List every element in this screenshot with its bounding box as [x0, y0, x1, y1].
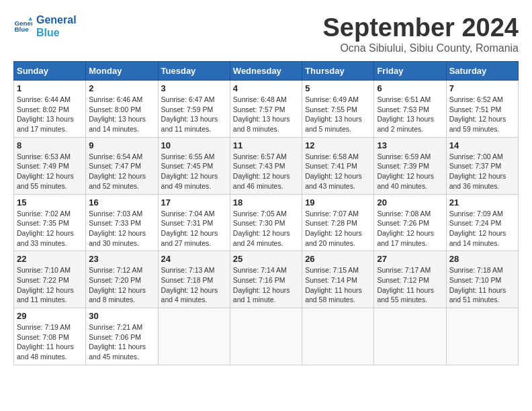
calendar-week-3: 15Sunrise: 7:02 AMSunset: 7:35 PMDayligh… [14, 194, 519, 251]
day-number: 17 [161, 197, 227, 208]
day-number: 8 [17, 140, 83, 150]
logo-line1: General [36, 13, 77, 26]
day-info: Sunrise: 6:49 AMSunset: 7:55 PMDaylight:… [305, 95, 371, 134]
calendar-cell: 22Sunrise: 7:10 AMSunset: 7:22 PMDayligh… [14, 251, 86, 308]
day-info: Sunrise: 6:58 AMSunset: 7:41 PMDaylight:… [305, 152, 371, 191]
calendar-cell [446, 308, 518, 365]
calendar-cell: 12Sunrise: 6:58 AMSunset: 7:41 PMDayligh… [302, 137, 374, 194]
calendar-cell: 29Sunrise: 7:19 AMSunset: 7:08 PMDayligh… [14, 308, 86, 365]
day-info: Sunrise: 7:04 AMSunset: 7:31 PMDaylight:… [161, 209, 227, 248]
day-number: 5 [305, 83, 371, 93]
day-number: 6 [377, 83, 443, 93]
svg-text:Blue: Blue [14, 26, 29, 34]
day-info: Sunrise: 7:15 AMSunset: 7:14 PMDaylight:… [305, 265, 371, 305]
calendar-cell: 27Sunrise: 7:17 AMSunset: 7:12 PMDayligh… [374, 251, 446, 308]
day-number: 16 [89, 197, 154, 208]
day-number: 21 [449, 197, 515, 208]
day-number: 2 [89, 83, 154, 93]
day-number: 30 [89, 311, 154, 321]
day-info: Sunrise: 6:55 AMSunset: 7:45 PMDaylight:… [161, 152, 227, 191]
calendar-cell: 4Sunrise: 6:48 AMSunset: 7:57 PMDaylight… [230, 81, 302, 138]
header-tuesday: Tuesday [158, 62, 230, 81]
day-info: Sunrise: 6:51 AMSunset: 7:53 PMDaylight:… [377, 95, 443, 134]
calendar-week-2: 8Sunrise: 6:53 AMSunset: 7:49 PMDaylight… [14, 137, 519, 194]
day-number: 14 [449, 140, 515, 150]
calendar-cell: 9Sunrise: 6:54 AMSunset: 7:47 PMDaylight… [86, 137, 158, 194]
day-info: Sunrise: 7:10 AMSunset: 7:22 PMDaylight:… [17, 265, 83, 305]
logo: General Blue General Blue [13, 13, 77, 39]
page-header: General Blue General Blue September 2024… [13, 13, 519, 54]
day-number: 13 [377, 140, 443, 150]
day-number: 12 [305, 140, 371, 150]
header-thursday: Thursday [302, 62, 374, 81]
day-info: Sunrise: 7:09 AMSunset: 7:24 PMDaylight:… [449, 209, 515, 248]
day-info: Sunrise: 7:18 AMSunset: 7:10 PMDaylight:… [449, 265, 515, 305]
day-info: Sunrise: 6:47 AMSunset: 7:59 PMDaylight:… [161, 95, 227, 134]
day-info: Sunrise: 6:44 AMSunset: 8:02 PMDaylight:… [17, 95, 83, 134]
logo-line2: Blue [36, 26, 77, 39]
day-number: 18 [233, 197, 299, 208]
day-number: 23 [89, 254, 154, 264]
calendar-cell: 14Sunrise: 7:00 AMSunset: 7:37 PMDayligh… [446, 137, 518, 194]
calendar-cell: 18Sunrise: 7:05 AMSunset: 7:30 PMDayligh… [230, 194, 302, 251]
day-info: Sunrise: 7:05 AMSunset: 7:30 PMDaylight:… [233, 209, 299, 248]
logo-icon: General Blue [13, 17, 32, 36]
calendar-header-row: SundayMondayTuesdayWednesdayThursdayFrid… [14, 62, 519, 81]
calendar-cell: 25Sunrise: 7:14 AMSunset: 7:16 PMDayligh… [230, 251, 302, 308]
day-info: Sunrise: 7:03 AMSunset: 7:33 PMDaylight:… [89, 209, 154, 248]
day-info: Sunrise: 6:54 AMSunset: 7:47 PMDaylight:… [89, 152, 154, 191]
day-number: 3 [161, 83, 227, 93]
calendar-cell [374, 308, 446, 365]
header-sunday: Sunday [14, 62, 86, 81]
day-number: 19 [305, 197, 371, 208]
day-info: Sunrise: 6:57 AMSunset: 7:43 PMDaylight:… [233, 152, 299, 191]
day-info: Sunrise: 6:59 AMSunset: 7:39 PMDaylight:… [377, 152, 443, 191]
calendar-cell: 6Sunrise: 6:51 AMSunset: 7:53 PMDaylight… [374, 81, 446, 138]
day-info: Sunrise: 6:48 AMSunset: 7:57 PMDaylight:… [233, 95, 299, 134]
day-number: 9 [89, 140, 154, 150]
day-info: Sunrise: 7:02 AMSunset: 7:35 PMDaylight:… [17, 209, 83, 248]
header-friday: Friday [374, 62, 446, 81]
calendar-cell: 11Sunrise: 6:57 AMSunset: 7:43 PMDayligh… [230, 137, 302, 194]
day-info: Sunrise: 7:19 AMSunset: 7:08 PMDaylight:… [17, 322, 83, 362]
calendar-cell: 28Sunrise: 7:18 AMSunset: 7:10 PMDayligh… [446, 251, 518, 308]
header-monday: Monday [86, 62, 158, 81]
day-number: 11 [233, 140, 299, 150]
calendar-cell: 19Sunrise: 7:07 AMSunset: 7:28 PMDayligh… [302, 194, 374, 251]
header-saturday: Saturday [446, 62, 518, 81]
location: Ocna Sibiului, Sibiu County, Romania [323, 42, 519, 54]
day-number: 1 [17, 83, 83, 93]
day-number: 24 [161, 254, 227, 264]
calendar-cell: 16Sunrise: 7:03 AMSunset: 7:33 PMDayligh… [86, 194, 158, 251]
day-number: 26 [305, 254, 371, 264]
day-number: 20 [377, 197, 443, 208]
calendar-cell: 21Sunrise: 7:09 AMSunset: 7:24 PMDayligh… [446, 194, 518, 251]
day-number: 28 [449, 254, 515, 264]
day-info: Sunrise: 7:08 AMSunset: 7:26 PMDaylight:… [377, 209, 443, 248]
title-block: September 2024 Ocna Sibiului, Sibiu Coun… [323, 13, 519, 54]
day-info: Sunrise: 6:53 AMSunset: 7:49 PMDaylight:… [17, 152, 83, 191]
calendar-cell: 17Sunrise: 7:04 AMSunset: 7:31 PMDayligh… [158, 194, 230, 251]
calendar-cell: 20Sunrise: 7:08 AMSunset: 7:26 PMDayligh… [374, 194, 446, 251]
day-number: 25 [233, 254, 299, 264]
day-info: Sunrise: 7:13 AMSunset: 7:18 PMDaylight:… [161, 265, 227, 305]
calendar-cell [302, 308, 374, 365]
day-info: Sunrise: 7:17 AMSunset: 7:12 PMDaylight:… [377, 265, 443, 305]
calendar-cell [230, 308, 302, 365]
day-info: Sunrise: 7:12 AMSunset: 7:20 PMDaylight:… [89, 265, 154, 305]
day-number: 29 [17, 311, 83, 321]
calendar-cell: 7Sunrise: 6:52 AMSunset: 7:51 PMDaylight… [446, 81, 518, 138]
day-number: 4 [233, 83, 299, 93]
calendar-cell: 23Sunrise: 7:12 AMSunset: 7:20 PMDayligh… [86, 251, 158, 308]
day-info: Sunrise: 7:07 AMSunset: 7:28 PMDaylight:… [305, 209, 371, 248]
calendar-cell: 26Sunrise: 7:15 AMSunset: 7:14 PMDayligh… [302, 251, 374, 308]
calendar-week-4: 22Sunrise: 7:10 AMSunset: 7:22 PMDayligh… [14, 251, 519, 308]
calendar-cell: 30Sunrise: 7:21 AMSunset: 7:06 PMDayligh… [86, 308, 158, 365]
day-info: Sunrise: 6:46 AMSunset: 8:00 PMDaylight:… [89, 95, 154, 134]
calendar-cell: 2Sunrise: 6:46 AMSunset: 8:00 PMDaylight… [86, 81, 158, 138]
month-title: September 2024 [323, 13, 519, 42]
day-number: 27 [377, 254, 443, 264]
calendar-cell: 8Sunrise: 6:53 AMSunset: 7:49 PMDaylight… [14, 137, 86, 194]
day-info: Sunrise: 7:21 AMSunset: 7:06 PMDaylight:… [89, 322, 154, 362]
day-info: Sunrise: 6:52 AMSunset: 7:51 PMDaylight:… [449, 95, 515, 134]
